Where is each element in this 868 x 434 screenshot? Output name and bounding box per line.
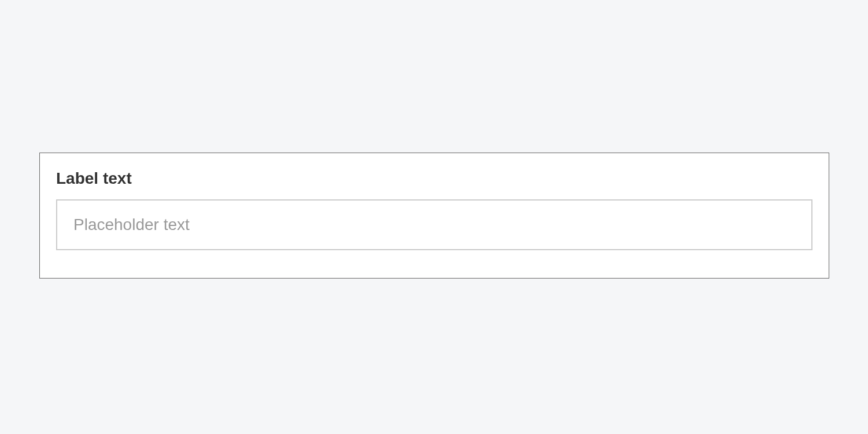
form-field-container: Label text	[39, 153, 829, 279]
text-input[interactable]	[56, 199, 812, 250]
form-label: Label text	[56, 169, 812, 188]
